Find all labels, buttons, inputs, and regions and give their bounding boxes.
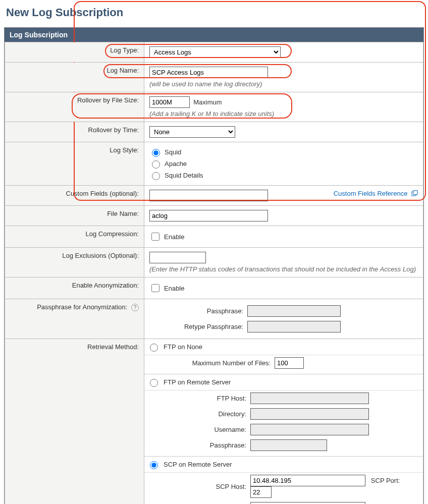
max-files-input[interactable] — [275, 357, 304, 369]
rollover-size-input[interactable] — [149, 96, 190, 108]
log-subscription-panel: Log Subscription Log Type: Access Logs L… — [4, 27, 424, 504]
external-link-icon — [411, 190, 418, 198]
retrieval-ftp-none-radio[interactable] — [150, 344, 158, 352]
anon-passphrase-input — [247, 305, 341, 317]
log-style-squid-details-radio[interactable] — [152, 172, 160, 180]
log-style-label: Log Style: — [110, 146, 139, 154]
log-style-apache-radio[interactable] — [152, 160, 160, 169]
anon-retype-passphrase-input — [247, 321, 341, 332]
rollover-size-label: Rollover by File Size: — [77, 96, 139, 104]
retrieval-scp-remote-label: SCP on Remote Server — [164, 461, 232, 468]
retrieval-ftp-remote-label: FTP on Remote Server — [164, 378, 231, 386]
scp-host-label: SCP Host: — [216, 483, 246, 490]
rollover-size-suffix: Maximum — [193, 98, 222, 106]
ftp-host-label: FTP Host: — [217, 395, 246, 402]
log-exclusions-help: (Enter the HTTP status codes of transact… — [149, 265, 418, 273]
log-compression-label: Log Compression: — [86, 230, 139, 238]
rollover-time-label: Rollover by Time: — [88, 126, 139, 134]
scp-host-input[interactable] — [250, 475, 365, 486]
panel-header: Log Subscription — [5, 28, 423, 42]
page-title: New Log Subscription — [6, 6, 424, 19]
log-exclusions-label: Log Exclusions (Optional): — [62, 252, 139, 259]
help-icon[interactable]: ? — [131, 304, 139, 311]
retrieval-ftp-remote-block: FTP on Remote Server FTP Host: Directory… — [144, 374, 423, 456]
ftp-directory-label: Directory: — [218, 410, 246, 418]
log-style-squid-details-label: Squid Details — [165, 172, 203, 179]
log-name-input[interactable] — [149, 67, 268, 78]
retrieval-ftp-none-block: FTP on None Maximum Number of Files: — [144, 339, 423, 374]
scp-directory-input[interactable] — [250, 502, 365, 504]
log-compression-enable-label: Enable — [164, 233, 184, 241]
retrieval-ftp-none-label: FTP on None — [164, 343, 202, 351]
enable-anon-checkbox[interactable] — [151, 284, 159, 292]
file-name-label: File Name: — [107, 210, 139, 217]
custom-fields-label: Custom Fields (optional): — [66, 190, 139, 197]
rollover-time-select[interactable]: None — [149, 126, 235, 138]
ftp-passphrase-label: Passphrase: — [210, 441, 246, 449]
ftp-username-input — [250, 424, 369, 435]
ftp-host-input — [250, 393, 369, 404]
retrieval-scp-remote-radio[interactable] — [150, 461, 158, 469]
ftp-username-label: Username: — [214, 426, 246, 433]
anon-passphrase-label: Passphrase: — [207, 307, 243, 315]
log-style-squid-radio[interactable] — [152, 149, 160, 157]
custom-fields-input[interactable] — [149, 190, 268, 201]
log-type-label: Log Type: — [110, 46, 139, 54]
rollover-size-help: (Add a trailing K or M to indicate size … — [149, 110, 418, 118]
svg-rect-1 — [413, 190, 417, 194]
retrieval-scp-remote-block: SCP on Remote Server SCP Host: SCP Port: — [144, 456, 423, 504]
anon-retype-passphrase-label: Retype Passphrase: — [184, 323, 243, 330]
log-compression-checkbox[interactable] — [151, 233, 159, 241]
log-exclusions-input[interactable] — [149, 252, 206, 263]
ftp-passphrase-input — [250, 439, 327, 451]
enable-anon-enable-label: Enable — [164, 285, 184, 292]
log-style-apache-label: Apache — [165, 160, 187, 167]
scp-port-input[interactable] — [250, 486, 272, 498]
log-name-label: Log Name: — [106, 67, 139, 74]
max-files-label: Maximum Number of Files: — [192, 359, 271, 367]
retrieval-method-label: Retrieval Method: — [87, 343, 139, 351]
custom-fields-reference-link[interactable]: Custom Fields Reference — [334, 190, 408, 197]
ftp-directory-input — [250, 408, 369, 420]
enable-anon-label: Enable Anonymization: — [72, 282, 139, 289]
log-style-squid-label: Squid — [165, 148, 181, 156]
passphrase-anon-label: Passphrase for Anonymization: — [37, 303, 127, 311]
file-name-input[interactable] — [149, 210, 268, 221]
scp-port-label: SCP Port: — [371, 477, 400, 484]
log-type-select[interactable]: Access Logs — [149, 46, 281, 58]
retrieval-ftp-remote-radio[interactable] — [150, 379, 158, 387]
log-name-help: (will be used to name the log directory) — [149, 80, 418, 88]
